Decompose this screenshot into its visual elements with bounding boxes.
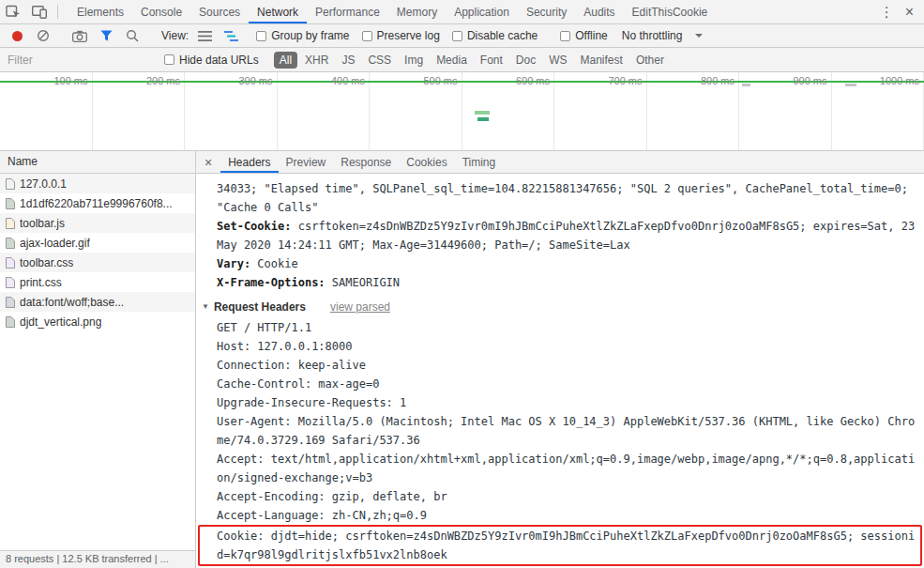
devtools-tab[interactable]: EditThisCookie — [624, 0, 717, 23]
timeline-tick-label: 200 ms — [146, 75, 180, 86]
resource-type-icon — [6, 198, 15, 209]
devtools-tab[interactable]: Security — [518, 0, 575, 23]
clear-button[interactable] — [30, 29, 56, 42]
devtools-tab[interactable]: Memory — [388, 0, 446, 23]
resource-type-filter[interactable]: JS — [336, 52, 360, 69]
network-overview[interactable]: 100 ms 200 ms 300 ms 400 ms 500 ms — [0, 72, 924, 151]
devtools-tab[interactable]: Sources — [190, 0, 249, 23]
timeline-tick-label: 500 ms — [423, 75, 457, 86]
preserve-log-checkbox[interactable]: Preserve log — [362, 29, 440, 42]
devtools-tab[interactable]: Network — [249, 0, 307, 23]
record-button[interactable] — [4, 30, 30, 42]
resource-type-filter[interactable]: Font — [475, 52, 508, 69]
resource-type-filter[interactable]: Other — [630, 52, 670, 69]
request-name: toolbar.js — [20, 217, 65, 230]
devtools-tab[interactable]: Application — [446, 0, 518, 23]
resource-type-filter[interactable]: Manifest — [575, 52, 629, 69]
offline-checkbox[interactable]: Offline — [560, 29, 607, 42]
header-name: Vary: — [217, 257, 250, 270]
separator — [57, 5, 58, 19]
response-header-line: X-Frame-Options: SAMEORIGIN — [196, 273, 924, 292]
request-row[interactable]: data:font/woff;base... — [0, 292, 195, 312]
details-tabbar: × Headers Preview Response Cookies Timin… — [196, 151, 924, 174]
device-toolbar-icon[interactable] — [26, 0, 53, 23]
devtools-tab[interactable]: Console — [132, 0, 190, 23]
checkbox-box[interactable] — [560, 31, 570, 41]
name-column-header[interactable]: Name — [0, 151, 195, 174]
resource-type-icon — [6, 218, 15, 229]
details-tab[interactable]: Timing — [455, 151, 504, 173]
filter-input[interactable] — [0, 54, 152, 67]
request-header-line: Connection: keep-alive — [196, 356, 924, 375]
resource-type-filter[interactable]: Img — [399, 52, 429, 69]
resource-type-icon — [6, 316, 15, 328]
request-name: ajax-loader.gif — [20, 237, 90, 250]
request-header-line: User-Agent: Mozilla/5.0 (Macintosh; Inte… — [196, 412, 924, 450]
timeline-tick-label: 800 ms — [701, 75, 735, 86]
request-row[interactable]: toolbar.css — [0, 253, 195, 272]
resource-type-icon — [6, 257, 15, 269]
header-value: csrftoken=z4sDnWBZDz5Y9zIvr0mI9hJBmCciPu… — [217, 220, 921, 252]
request-headers-section[interactable]: ▼ Request Headers view parsed — [196, 298, 924, 316]
filter-funnel-icon[interactable] — [93, 30, 119, 41]
kebab-menu-icon[interactable]: ⋮ — [872, 4, 901, 21]
devtools-tab[interactable]: Elements — [68, 0, 132, 23]
disable-cache-checkbox[interactable]: Disable cache — [452, 29, 538, 42]
request-row[interactable]: toolbar.js — [0, 213, 195, 233]
resource-type-filter[interactable]: WS — [543, 52, 572, 69]
timeline-grid-cell: 300 ms — [185, 72, 278, 150]
request-row[interactable]: 1d1df6220ab711e9996760f8... — [0, 193, 195, 213]
network-filter-bar: Hide data URLs All XHR JS CSS Img Media … — [0, 48, 924, 72]
request-row[interactable]: ajax-loader.gif — [0, 233, 195, 253]
large-request-rows-icon[interactable] — [191, 31, 218, 41]
request-row[interactable]: print.css — [0, 272, 195, 292]
throttling-value: No throttling — [622, 29, 683, 42]
request-header-line: GET / HTTP/1.1 — [196, 318, 924, 337]
hide-data-urls-checkbox[interactable]: Hide data URLs — [164, 54, 259, 67]
view-parsed-link[interactable]: view parsed — [330, 298, 390, 316]
resource-type-filter[interactable]: XHR — [299, 52, 334, 69]
search-icon[interactable] — [119, 29, 145, 42]
close-devtools-icon[interactable]: × — [901, 4, 924, 21]
request-row[interactable]: djdt_vertical.png — [0, 312, 195, 331]
timeline-tick-label: 700 ms — [608, 75, 642, 86]
timeline-grid-cell: 400 ms — [278, 72, 371, 150]
devtools-tabbar: Elements Console Sources Network Perform… — [0, 0, 924, 24]
resource-type-filter[interactable]: CSS — [362, 52, 397, 69]
resource-type-filter[interactable]: All — [274, 52, 297, 69]
checkbox-box[interactable] — [256, 31, 266, 41]
show-overview-icon[interactable] — [218, 31, 244, 41]
checkbox-label: Preserve log — [377, 29, 440, 42]
section-title: Request Headers — [214, 298, 306, 316]
inspect-element-icon[interactable] — [0, 0, 26, 23]
resource-type-icon — [6, 277, 15, 288]
details-tab[interactable]: Response — [333, 151, 399, 173]
checkbox-box[interactable] — [362, 31, 372, 41]
group-by-frame-checkbox[interactable]: Group by frame — [256, 29, 349, 42]
resource-type-icon — [6, 238, 15, 249]
resource-type-filter[interactable]: Media — [431, 52, 473, 69]
details-tab[interactable]: Cookies — [399, 151, 454, 173]
timeline-grid: 100 ms 200 ms 300 ms 400 ms 500 ms — [0, 72, 924, 150]
request-header-line: Host: 127.0.0.1:8000 — [196, 337, 924, 356]
checkbox-box[interactable] — [164, 54, 174, 65]
throttling-dropdown[interactable]: No throttling — [622, 29, 704, 42]
devtools-tab[interactable]: Audits — [575, 0, 623, 23]
request-header-line: Accept-Encoding: gzip, deflate, br — [196, 487, 924, 506]
devtools-tab[interactable]: Performance — [307, 0, 388, 23]
close-details-icon[interactable]: × — [196, 151, 220, 173]
resource-type-filter[interactable]: Doc — [510, 52, 541, 69]
checkbox-box[interactable] — [452, 31, 462, 41]
request-row[interactable]: 127.0.0.1 — [0, 174, 195, 193]
timeline-grid-cell: 900 ms — [739, 72, 832, 150]
cookie-header-line: Cookie: djdt=hide; csrftoken=z4sDnWBZDz5… — [200, 527, 920, 564]
view-label: View: — [161, 29, 189, 42]
timeline-grid-cell: 100 ms — [0, 72, 93, 150]
resource-type-icon — [6, 297, 15, 308]
request-name: 1d1df6220ab711e9996760f8... — [20, 197, 173, 210]
timeline-tick-label: 900 ms — [793, 75, 826, 86]
screenshot-camera-icon[interactable] — [67, 30, 93, 42]
details-tab[interactable]: Preview — [279, 151, 334, 173]
timeline-grid-cell: 800 ms — [647, 72, 740, 150]
details-tab[interactable]: Headers — [220, 151, 278, 173]
